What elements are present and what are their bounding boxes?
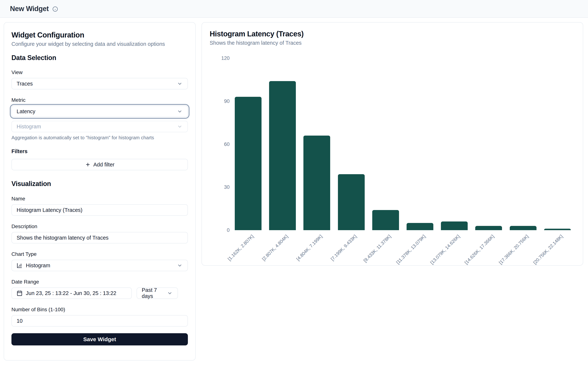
filters-label: Filters <box>11 148 188 154</box>
widget-configuration-panel: Widget Configuration Configure your widg… <box>4 22 196 361</box>
histogram-plot: 0306090120[1.162K, 2.807K][2.807K, 4.804… <box>202 22 583 265</box>
histogram-bar <box>235 97 261 230</box>
metric-label: Metric <box>11 97 188 103</box>
chevron-down-icon <box>177 108 183 114</box>
page-title: New Widget <box>10 5 49 13</box>
y-axis-tick: 0 <box>202 227 230 233</box>
chart-type-value: Histogram <box>26 262 50 269</box>
chevron-down-icon <box>177 81 183 87</box>
name-label: Name <box>11 196 188 202</box>
view-select-value: Traces <box>17 81 33 87</box>
y-axis-tick: 120 <box>202 55 230 61</box>
calendar-icon <box>17 290 22 296</box>
chevron-down-icon <box>177 124 183 129</box>
aggregation-select: Histogram <box>11 121 188 132</box>
view-select[interactable]: Traces <box>11 78 188 89</box>
histogram-bar <box>544 229 571 230</box>
chart-column-icon <box>17 262 22 268</box>
histogram-bar <box>441 221 468 230</box>
y-axis-tick: 90 <box>202 98 230 104</box>
add-filter-button[interactable]: Add filter <box>11 159 188 170</box>
chart-preview-panel: Histogram Latency (Traces) Shows the his… <box>202 22 583 266</box>
date-range-value: Jun 23, 25 : 13:22 - Jun 30, 25 : 13:22 <box>26 290 116 296</box>
y-axis-tick: 60 <box>202 141 230 147</box>
date-range-button[interactable]: Jun 23, 25 : 13:22 - Jun 30, 25 : 13:22 <box>11 288 132 299</box>
histogram-bar <box>338 174 365 230</box>
chevron-down-icon <box>177 262 183 268</box>
histogram-bar <box>303 136 330 230</box>
save-widget-button[interactable]: Save Widget <box>11 333 188 345</box>
description-label: Description <box>11 224 188 229</box>
info-icon[interactable] <box>52 6 58 12</box>
histogram-bar <box>510 226 537 230</box>
y-axis-tick: 30 <box>202 184 230 190</box>
aggregation-helper-text: Aggregation is automatically set to "his… <box>11 135 188 140</box>
chart-type-select[interactable]: Histogram <box>11 260 188 271</box>
top-bar: New Widget <box>0 0 588 18</box>
bins-input[interactable] <box>11 315 188 327</box>
metric-select-value: Latency <box>17 108 35 114</box>
config-panel-title: Widget Configuration <box>11 30 188 40</box>
histogram-bar <box>475 226 502 230</box>
chart-type-label: Chart Type <box>11 251 188 257</box>
aggregation-select-value: Histogram <box>17 124 41 130</box>
data-selection-heading: Data Selection <box>11 54 188 62</box>
view-label: View <box>11 70 188 75</box>
add-filter-label: Add filter <box>93 162 114 168</box>
date-preset-value: Past 7 days <box>142 287 165 299</box>
description-input[interactable] <box>11 232 188 244</box>
plus-icon <box>85 162 91 168</box>
save-widget-label: Save Widget <box>83 336 116 343</box>
bins-label: Number of Bins (1-100) <box>11 307 188 313</box>
date-range-label: Date Range <box>11 279 188 285</box>
visualization-heading: Visualization <box>11 180 188 188</box>
config-panel-subtitle: Configure your widget by selecting data … <box>11 40 188 48</box>
histogram-bar <box>269 81 296 230</box>
histogram-bar <box>372 210 399 230</box>
date-preset-select[interactable]: Past 7 days <box>137 288 178 299</box>
histogram-bar <box>407 223 433 230</box>
chevron-down-icon <box>167 290 173 296</box>
name-input[interactable] <box>11 204 188 216</box>
metric-select[interactable]: Latency <box>11 106 188 117</box>
